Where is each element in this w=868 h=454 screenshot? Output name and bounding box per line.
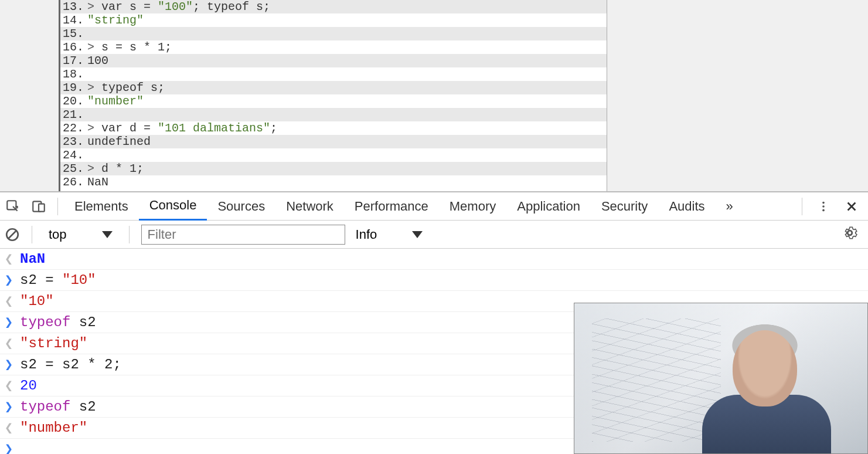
console-text: s2 = s2 * 2;	[20, 357, 121, 372]
code-text: > var d = "101 dalmatians";	[87, 121, 277, 135]
line-number: 13.	[60, 0, 87, 13]
console-text: s2 = "10"	[20, 272, 96, 288]
clear-console-icon[interactable]	[5, 227, 20, 242]
devtools-tabbar: ElementsConsoleSourcesNetworkPerformance…	[0, 192, 868, 221]
chevron-left-icon: ❮	[4, 419, 14, 436]
line-number: 22.	[60, 121, 87, 135]
console-text: "number"	[20, 420, 87, 436]
code-text: > s = s * 1;	[87, 40, 172, 54]
chevron-right-icon: ❯	[4, 398, 14, 415]
chevron-right-icon: ❯	[4, 441, 14, 454]
document-code-block: 13.> var s = "100"; typeof s;14."string"…	[59, 0, 607, 191]
tabs-overflow-button[interactable]: »	[716, 192, 744, 221]
code-line: 18.	[60, 67, 607, 81]
filter-input[interactable]	[141, 225, 345, 245]
console-text: 20	[20, 378, 37, 394]
chevron-down-icon	[102, 231, 113, 238]
code-line: 17.100	[60, 54, 607, 67]
svg-point-5	[822, 209, 825, 211]
chevron-left-icon: ❮	[4, 335, 14, 352]
divider	[57, 198, 58, 215]
chevron-right-icon: ❯	[4, 356, 14, 373]
tab-memory[interactable]: Memory	[439, 192, 506, 221]
code-line: 24.	[60, 148, 607, 162]
line-number: 26.	[60, 175, 87, 189]
inspect-icon[interactable]	[0, 194, 26, 219]
code-text: > typeof s;	[87, 81, 165, 94]
line-number: 15.	[60, 27, 87, 40]
line-number: 16.	[60, 40, 87, 54]
page-margin	[0, 0, 59, 191]
code-text: undefined	[87, 135, 151, 148]
svg-rect-2	[39, 204, 45, 211]
code-line: 13.> var s = "100"; typeof s;	[60, 0, 607, 13]
line-number: 19.	[60, 81, 87, 94]
code-line: 25.> d * 1;	[60, 162, 607, 175]
log-level-label: Info	[356, 227, 377, 242]
tab-application[interactable]: Application	[506, 192, 591, 221]
chevron-left-icon: ❮	[4, 250, 14, 267]
code-line: 21.	[60, 108, 607, 121]
console-input-line: ❯s2 = "10"	[0, 270, 868, 291]
close-icon[interactable]	[839, 194, 864, 219]
webcam-overlay	[574, 303, 868, 454]
code-line: 15.	[60, 27, 607, 40]
context-select[interactable]: top	[44, 225, 117, 245]
code-line: 19.> typeof s;	[60, 81, 607, 94]
chevron-right-icon: ❯	[4, 272, 14, 289]
code-text: 100	[87, 54, 108, 67]
code-line: 16.> s = s * 1;	[60, 40, 607, 54]
tab-elements[interactable]: Elements	[64, 192, 139, 221]
console-text: NaN	[20, 251, 45, 267]
code-line: 20."number"	[60, 94, 607, 108]
console-text: typeof s2	[20, 399, 96, 415]
code-line: 22.> var d = "101 dalmatians";	[60, 121, 607, 135]
line-number: 24.	[60, 148, 87, 162]
divider	[32, 226, 32, 243]
code-line: 23.undefined	[60, 135, 607, 148]
svg-point-7	[848, 231, 852, 235]
device-toggle-icon[interactable]	[26, 194, 52, 219]
code-text: "string"	[87, 13, 144, 27]
log-level-select[interactable]: Info	[351, 225, 428, 245]
chevron-right-icon: ❯	[4, 314, 14, 331]
tab-sources[interactable]: Sources	[207, 192, 275, 221]
line-number: 21.	[60, 108, 87, 121]
line-number: 25.	[60, 162, 87, 175]
console-text: "10"	[20, 293, 54, 309]
tab-performance[interactable]: Performance	[344, 192, 439, 221]
tab-audits[interactable]: Audits	[658, 192, 715, 221]
chevron-left-icon: ❮	[4, 377, 14, 394]
code-text: NaN	[87, 175, 108, 189]
chevron-down-icon	[412, 231, 423, 238]
line-number: 17.	[60, 54, 87, 67]
code-line: 26.NaN	[60, 175, 607, 189]
tab-network[interactable]: Network	[275, 192, 344, 221]
gear-icon[interactable]	[842, 225, 863, 244]
divider	[802, 198, 802, 215]
line-number: 18.	[60, 67, 87, 81]
svg-point-4	[822, 205, 825, 208]
line-number: 14.	[60, 13, 87, 27]
context-select-label: top	[49, 227, 67, 242]
console-text: "string"	[20, 336, 87, 351]
console-text: typeof s2	[20, 314, 96, 330]
line-number: 23.	[60, 135, 87, 148]
tab-console[interactable]: Console	[139, 192, 207, 221]
tab-security[interactable]: Security	[591, 192, 658, 221]
console-toolbar: top Info	[0, 221, 868, 249]
console-output-line: ❮NaN	[0, 249, 868, 270]
chevron-left-icon: ❮	[4, 293, 14, 310]
line-number: 20.	[60, 94, 87, 108]
code-text: > d * 1;	[87, 162, 144, 175]
kebab-menu-icon[interactable]	[811, 194, 836, 219]
code-line: 14."string"	[60, 13, 607, 27]
code-text: > var s = "100"; typeof s;	[87, 0, 270, 13]
svg-point-3	[822, 201, 825, 204]
page-top: 13.> var s = "100"; typeof s;14."string"…	[0, 0, 868, 191]
divider	[129, 226, 130, 243]
code-text: "number"	[87, 94, 144, 108]
